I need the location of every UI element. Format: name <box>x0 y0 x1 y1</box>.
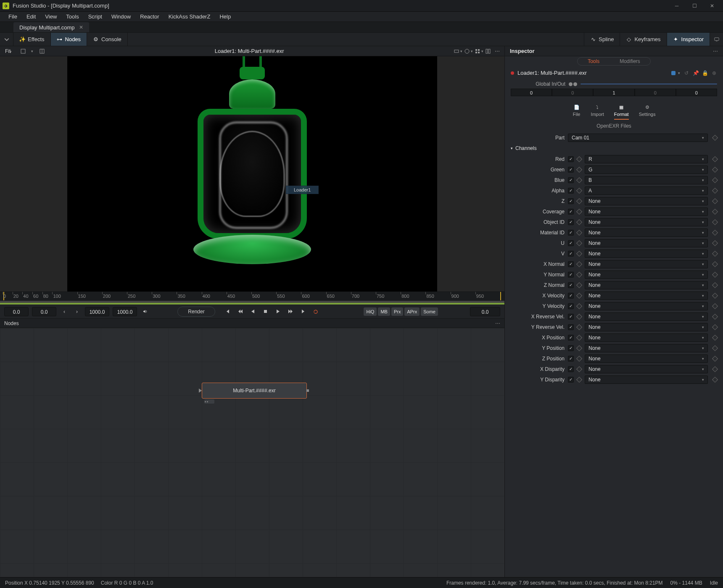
channel-enable-checkbox[interactable]: ✓ <box>568 219 574 225</box>
channel-dropdown[interactable]: None▾ <box>585 260 708 268</box>
grid-icon[interactable] <box>473 47 482 55</box>
audio-icon[interactable] <box>140 307 150 316</box>
channel-keyframe-diamond-r[interactable] <box>712 334 718 340</box>
end-frame-field[interactable]: 0.0 <box>470 307 500 316</box>
range-total-field[interactable]: 1000.0 <box>113 307 137 316</box>
channel-keyframe-diamond-r[interactable] <box>712 166 718 172</box>
spline-tab[interactable]: ∿ Spline <box>584 33 620 46</box>
quality-mb-button[interactable]: MB <box>378 307 390 316</box>
render-button[interactable]: Render <box>177 307 215 317</box>
channel-enable-checkbox[interactable]: ✓ <box>568 282 574 288</box>
modifiers-pill[interactable]: Modifiers <box>610 58 650 65</box>
channel-enable-checkbox[interactable]: ✓ <box>568 261 574 267</box>
channel-keyframe-diamond[interactable] <box>576 166 582 172</box>
channel-dropdown[interactable]: None▾ <box>585 197 708 205</box>
channel-keyframe-diamond-r[interactable] <box>712 261 718 267</box>
menu-tools[interactable]: Tools <box>62 12 83 21</box>
settings-proptab[interactable]: ⚙Settings <box>639 104 656 120</box>
loader-node[interactable]: Multi-Part.####.exr <box>202 383 307 399</box>
menu-help[interactable]: Help <box>215 12 235 21</box>
close-tab-icon[interactable]: ✕ <box>79 24 83 30</box>
global-field-0[interactable]: 0 <box>511 89 552 96</box>
format-proptab[interactable]: ▦Format <box>614 104 629 120</box>
channel-keyframe-diamond[interactable] <box>576 156 582 162</box>
channel-keyframe-diamond[interactable] <box>576 198 582 204</box>
channel-dropdown[interactable]: None▾ <box>585 228 708 237</box>
prev-key-button[interactable]: ‹ <box>60 307 69 316</box>
split-icon[interactable] <box>483 47 493 55</box>
channel-keyframe-diamond[interactable] <box>576 313 582 319</box>
expand-toggle[interactable] <box>0 33 13 46</box>
channel-dropdown[interactable]: None▾ <box>585 323 708 331</box>
channel-dropdown[interactable]: None▾ <box>585 365 708 373</box>
channel-dropdown[interactable]: None▾ <box>585 270 708 279</box>
channel-keyframe-diamond[interactable] <box>576 376 582 382</box>
channel-enable-checkbox[interactable]: ✓ <box>568 345 574 351</box>
channel-enable-checkbox[interactable]: ✓ <box>568 230 574 236</box>
channel-keyframe-diamond[interactable] <box>576 355 582 361</box>
channel-dropdown[interactable]: None▾ <box>585 239 708 247</box>
global-field-2[interactable]: 1 <box>593 89 634 96</box>
globe-icon[interactable] <box>462 47 472 55</box>
console-tab[interactable]: ⚙ Console <box>87 33 128 46</box>
play-button[interactable] <box>273 307 282 316</box>
channel-enable-checkbox[interactable]: ✓ <box>568 240 574 246</box>
channel-keyframe-diamond-r[interactable] <box>712 303 718 309</box>
pin-icon[interactable]: 📌 <box>693 70 699 76</box>
global-field-1[interactable]: 0 <box>552 89 593 96</box>
node-color-dot[interactable] <box>511 71 514 75</box>
channel-keyframe-diamond-r[interactable] <box>712 324 718 330</box>
channel-dropdown[interactable]: None▾ <box>585 312 708 321</box>
channel-keyframe-diamond-r[interactable] <box>712 208 718 214</box>
channel-dropdown[interactable]: None▾ <box>585 281 708 289</box>
channel-enable-checkbox[interactable]: ✓ <box>568 251 574 257</box>
nodes-tab[interactable]: ⊶ Nodes <box>51 33 87 46</box>
current-frame-field[interactable]: 0.0 <box>32 307 56 316</box>
maximize-button[interactable]: ☐ <box>686 2 703 10</box>
channel-enable-checkbox[interactable]: ✓ <box>568 177 574 183</box>
channel-keyframe-diamond-r[interactable] <box>712 376 718 382</box>
channel-keyframe-diamond[interactable] <box>576 292 582 298</box>
node-output-port[interactable] <box>306 389 309 392</box>
loop-button[interactable] <box>311 307 320 316</box>
channel-keyframe-diamond[interactable] <box>576 334 582 340</box>
range-end-field[interactable]: 1000.0 <box>85 307 109 316</box>
channel-enable-checkbox[interactable]: ✓ <box>568 167 574 173</box>
channel-keyframe-diamond-r[interactable] <box>712 282 718 288</box>
channel-keyframe-diamond[interactable] <box>576 282 582 288</box>
channels-collapse[interactable]: ▾Channels <box>505 143 723 154</box>
channel-enable-checkbox[interactable]: ✓ <box>568 356 574 362</box>
viewer[interactable]: Loader1 <box>0 56 504 291</box>
range-start-field[interactable]: 0.0 <box>4 307 29 316</box>
channel-enable-checkbox[interactable]: ✓ <box>568 377 574 383</box>
viewer-assign-icon[interactable] <box>671 71 676 75</box>
tools-pill[interactable]: Tools <box>578 58 610 65</box>
channel-keyframe-diamond[interactable] <box>576 261 582 267</box>
channel-dropdown[interactable]: None▾ <box>585 354 708 363</box>
channel-keyframe-diamond-r[interactable] <box>712 187 718 193</box>
channel-keyframe-diamond[interactable] <box>576 324 582 330</box>
channel-dropdown[interactable]: None▾ <box>585 291 708 300</box>
timeline-ruler[interactable]: 0204060801001502002503003504004505005506… <box>0 291 504 301</box>
quality-aprx-button[interactable]: APrx <box>404 307 420 316</box>
view-mode-icon[interactable] <box>452 47 461 55</box>
node-graph[interactable]: Multi-Part.####.exr <box>0 328 504 577</box>
channel-keyframe-diamond-r[interactable] <box>712 366 718 372</box>
node-viewer-dots[interactable] <box>204 399 214 404</box>
channel-enable-checkbox[interactable]: ✓ <box>568 188 574 194</box>
channel-keyframe-diamond[interactable] <box>576 229 582 235</box>
more-icon[interactable]: ⋯ <box>493 47 502 55</box>
effects-tab[interactable]: ✨ Effects <box>13 33 51 46</box>
channel-enable-checkbox[interactable]: ✓ <box>568 209 574 215</box>
channel-keyframe-diamond-r[interactable] <box>712 355 718 361</box>
channel-keyframe-diamond-r[interactable] <box>712 271 718 277</box>
keyframe-diamond[interactable] <box>712 134 718 140</box>
lock-icon[interactable]: 🔒 <box>702 70 708 76</box>
channel-dropdown[interactable]: None▾ <box>585 249 708 258</box>
channel-keyframe-diamond[interactable] <box>576 177 582 183</box>
channel-enable-checkbox[interactable]: ✓ <box>568 314 574 320</box>
file-proptab[interactable]: 📄File <box>573 104 581 120</box>
channel-keyframe-diamond[interactable] <box>576 187 582 193</box>
nodes-menu-icon[interactable]: ⋯ <box>495 319 500 328</box>
channel-keyframe-diamond-r[interactable] <box>712 240 718 246</box>
